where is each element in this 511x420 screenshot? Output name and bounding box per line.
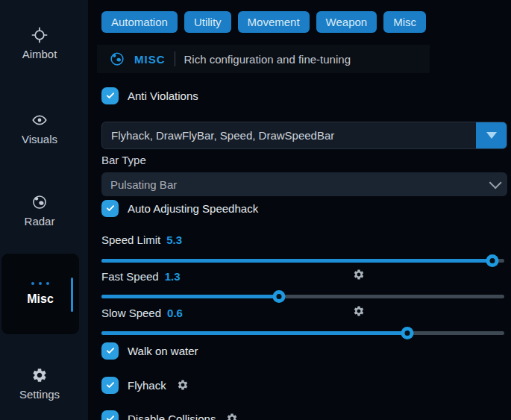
- sidebar-item-visuals[interactable]: Visuals: [0, 112, 79, 145]
- globe-icon: [31, 194, 48, 210]
- sidebar-item-label: Visuals: [22, 133, 57, 145]
- select-value: Pulsating Bar: [110, 178, 177, 191]
- tab-misc[interactable]: Misc: [383, 11, 426, 33]
- check-icon: [105, 380, 116, 390]
- slider-value: 1.3: [165, 270, 181, 283]
- check-icon: [105, 203, 116, 213]
- sidebar-item-aimbot[interactable]: Aimbot: [0, 27, 79, 60]
- gear-icon: [31, 367, 48, 383]
- slider-fill: [101, 331, 407, 335]
- slider-label-speed-limit: Speed Limit 5.3: [101, 232, 504, 247]
- tab-utility[interactable]: Utility: [184, 11, 231, 33]
- dropdown-open-button[interactable]: [476, 122, 507, 148]
- slider-fill: [101, 259, 492, 263]
- slider-slow-speed[interactable]: [101, 326, 504, 339]
- bar-type-select[interactable]: Pulsating Bar: [101, 172, 507, 196]
- check-icon: [105, 345, 116, 356]
- checkbox-checked[interactable]: [101, 200, 119, 217]
- sidebar-item-label: Misc: [27, 292, 54, 306]
- slider-speed-limit[interactable]: [101, 254, 504, 267]
- dots-icon: [31, 282, 49, 285]
- sidebar-item-label: Aimbot: [22, 48, 57, 60]
- slider-value: 0.6: [167, 307, 183, 319]
- sidebar-item-radar[interactable]: Radar: [0, 194, 79, 228]
- checkbox-label: Walk on water: [128, 345, 198, 357]
- sidebar: Aimbot Visuals Radar Misc Settings: [0, 0, 88, 420]
- checkbox-label: Anti Violations: [128, 90, 198, 102]
- multiselect-value: Flyhack, DrawFlyBar, Speed, DrawSpeedBar: [102, 129, 476, 142]
- checkbox-label: Auto Adjusting Speedhack: [128, 202, 258, 215]
- tab-weapon[interactable]: Weapon: [316, 11, 377, 33]
- slider-fast-speed[interactable]: [101, 289, 504, 303]
- slider-label-fast-speed: Fast Speed 1.3: [101, 269, 504, 283]
- slider-fill: [101, 295, 279, 298]
- gear-icon[interactable]: [226, 413, 238, 420]
- checkbox-label: Flyhack: [128, 379, 166, 392]
- cheat-menu-window: Aimbot Visuals Radar Misc Settings: [0, 0, 511, 420]
- tab-automation[interactable]: Automation: [101, 11, 178, 33]
- checkbox-row-auto-adjusting[interactable]: Auto Adjusting Speedhack: [101, 199, 258, 217]
- gear-icon[interactable]: [353, 305, 365, 319]
- dropdown-arrow-icon: [486, 132, 497, 139]
- slider-label-slow-speed: Slow Speed 0.6: [101, 305, 504, 320]
- slider-thumb[interactable]: [401, 327, 414, 339]
- slider-name: Speed Limit: [101, 233, 160, 246]
- slider-thumb[interactable]: [272, 290, 285, 303]
- checkbox-checked[interactable]: [101, 377, 119, 394]
- section-header: MISC Rich configuration and fine-tuning: [97, 45, 430, 73]
- slider-name: Slow Speed: [101, 307, 161, 319]
- chevron-down-icon: [489, 176, 502, 189]
- slider-value: 5.3: [166, 233, 182, 246]
- divider: [175, 51, 175, 66]
- check-icon: [105, 413, 116, 420]
- bar-multiselect[interactable]: Flyhack, DrawFlyBar, Speed, DrawSpeedBar: [101, 122, 507, 149]
- checkbox-checked[interactable]: [101, 410, 119, 420]
- checkbox-row-walk-on-water[interactable]: Walk on water: [101, 342, 198, 360]
- globe-icon: [109, 51, 125, 67]
- tab-movement[interactable]: Movement: [238, 11, 310, 33]
- eye-icon: [31, 112, 48, 128]
- gear-icon[interactable]: [353, 269, 365, 283]
- checkbox-row-anti-violations[interactable]: Anti Violations: [101, 87, 198, 104]
- checkbox-row-disable-collisions[interactable]: Disable Collisions: [101, 410, 238, 420]
- slider-name: Fast Speed: [101, 270, 159, 283]
- tab-bar: Automation Utility Movement Weapon Misc: [101, 11, 426, 33]
- check-icon: [105, 90, 116, 101]
- bar-type-label: Bar Type: [101, 154, 146, 166]
- sidebar-item-label: Settings: [19, 388, 60, 401]
- crosshair-icon: [31, 27, 48, 43]
- checkbox-row-flyhack[interactable]: Flyhack: [101, 376, 189, 394]
- sidebar-item-settings[interactable]: Settings: [0, 367, 79, 401]
- gear-icon[interactable]: [177, 379, 189, 391]
- checkbox-label: Disable Collisions: [128, 413, 216, 420]
- checkbox-checked[interactable]: [101, 342, 119, 360]
- sidebar-item-misc[interactable]: Misc: [1, 254, 79, 334]
- active-indicator: [71, 278, 73, 312]
- section-subtitle: Rich configuration and fine-tuning: [184, 53, 351, 66]
- section-title: MISC: [134, 53, 166, 66]
- checkbox-checked[interactable]: [101, 87, 119, 104]
- content-panel: Automation Utility Movement Weapon Misc …: [97, 0, 511, 420]
- sidebar-item-label: Radar: [25, 215, 55, 228]
- slider-thumb[interactable]: [486, 254, 498, 267]
